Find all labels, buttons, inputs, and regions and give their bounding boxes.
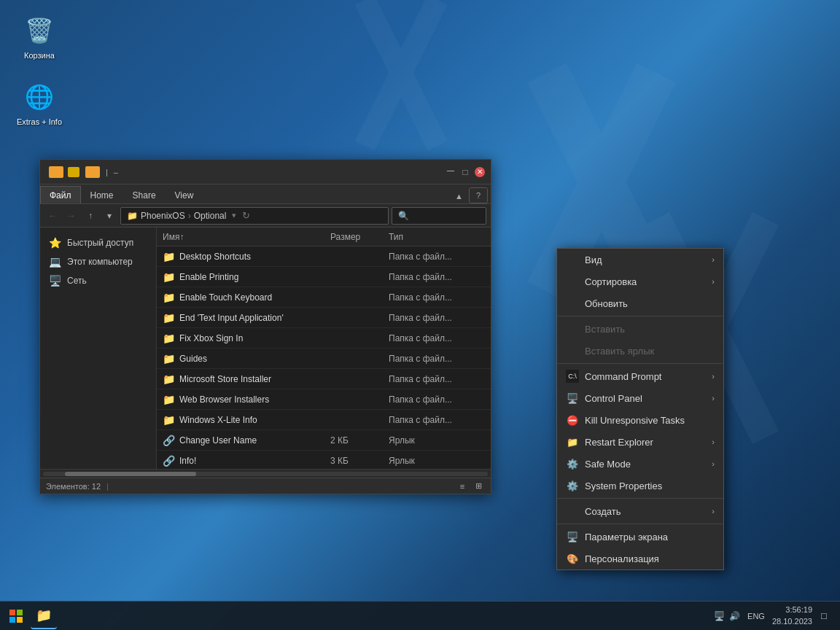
recycle-bin-icon[interactable]: 🗑️ Корзина <box>10 10 69 63</box>
control-panel-icon: 🖥️ <box>566 392 579 405</box>
tray-network-icon[interactable]: 🖥️ <box>714 611 725 621</box>
sidebar-item-quick-access[interactable]: ⭐ Быстрый доступ <box>40 233 156 252</box>
forward-button[interactable]: → <box>63 208 79 224</box>
details-view-button[interactable]: ≡ <box>456 480 469 493</box>
recycle-bin-label: Корзина <box>24 51 55 61</box>
table-row[interactable]: 📁Fix Xbox Sign In Папка с файл... <box>157 328 491 349</box>
folder-icon: 📁 <box>163 251 175 262</box>
tray-lang[interactable]: ENG <box>744 612 768 621</box>
breadcrumb-part1: PhoenixOS <box>141 211 185 221</box>
ctx-kill-unresponsive[interactable]: ⛔ Kill Unresponsive Tasks <box>557 409 723 431</box>
desktop: 🗑️ Корзина 🌐 Extras + Info | – ─ □ ✕ <box>0 0 840 630</box>
ctx-control-panel[interactable]: 🖥️ Control Panel › <box>557 387 723 409</box>
file-type: Папка с файл... <box>383 333 491 343</box>
table-row[interactable]: 🔗Info! 3 КБ Ярлык <box>157 451 491 469</box>
ribbon-expand[interactable]: ▲ <box>449 189 469 203</box>
tab-file[interactable]: Файл <box>40 186 81 203</box>
table-row[interactable]: 📁End 'Text Input Application' Папка с фа… <box>157 308 491 328</box>
tiles-view-button[interactable]: ⊞ <box>472 480 485 493</box>
status-separator: | <box>106 482 109 491</box>
ctx-view[interactable]: Вид › <box>557 249 723 271</box>
table-row[interactable]: 📁Guides Папка с файл... <box>157 349 491 369</box>
table-row[interactable]: 🔗Change User Name 2 КБ Ярлык <box>157 430 491 451</box>
ctx-divider-1 <box>557 316 723 316</box>
table-row[interactable]: 📁Windows X-Lite Info Папка с файл... <box>157 410 491 430</box>
col-name-label: Имя <box>163 232 179 242</box>
ctx-refresh[interactable]: Обновить <box>557 292 723 314</box>
table-row[interactable]: 📁Enable Printing Папка с файл... <box>157 267 491 287</box>
view-icon <box>566 253 579 266</box>
ctx-divider-3 <box>557 498 723 499</box>
explorer-content: ⭐ Быстрый доступ 💻 Этот компьютер 🖥️ Сет… <box>40 228 491 469</box>
table-row[interactable]: 📁Enable Touch Keyboard Папка с файл... <box>157 287 491 308</box>
breadcrumb-refresh[interactable]: ↻ <box>242 210 250 221</box>
sidebar-item-network[interactable]: 🖥️ Сеть <box>40 271 156 290</box>
folder-icon: 📁 <box>163 332 175 344</box>
screen-settings-icon: 🖥️ <box>566 530 579 543</box>
sidebar-item-this-pc[interactable]: 💻 Этот компьютер <box>40 252 156 271</box>
tray-clock[interactable]: 3:56:19 28.10.2023 <box>772 604 812 627</box>
search-box[interactable]: 🔍 <box>392 207 486 225</box>
personalize-icon: 🎨 <box>566 552 579 565</box>
tab-home[interactable]: Home <box>81 186 123 203</box>
extras-info-icon[interactable]: 🌐 Extras + Info <box>10 77 69 130</box>
ctx-divider-4 <box>557 524 723 524</box>
ctx-restart-explorer-label: Restart Explorer <box>585 437 653 448</box>
ctx-personalize[interactable]: 🎨 Персонализация <box>557 548 723 569</box>
minimize-button[interactable]: ─ <box>446 167 456 177</box>
recent-button[interactable]: ▾ <box>101 208 117 224</box>
ctx-sort-label: Сортировка <box>585 276 637 287</box>
col-name: Имя ↑ <box>157 228 324 246</box>
tab-view[interactable]: View <box>166 186 203 203</box>
ctx-command-prompt-label: Command Prompt <box>585 371 661 382</box>
ctx-create[interactable]: Создать › <box>557 500 723 522</box>
recycle-bin-image: 🗑️ <box>22 13 57 48</box>
file-type: Папка с файл... <box>383 272 491 282</box>
ctx-divider-2 <box>557 363 723 364</box>
notification-button[interactable]: □ <box>817 609 831 623</box>
ctx-paste[interactable]: Вставить <box>557 318 723 340</box>
extras-info-label: Extras + Info <box>17 117 62 127</box>
file-list: Имя ↑ Размер Тип 📁Desktop Shortcuts Папк… <box>157 228 491 469</box>
ctx-restart-explorer[interactable]: 📁 Restart Explorer › <box>557 431 723 453</box>
scrollbar-thumb[interactable] <box>65 472 196 476</box>
ctx-create-label: Создать <box>585 506 621 517</box>
ctx-control-panel-label: Control Panel <box>585 393 642 404</box>
horizontal-scrollbar[interactable] <box>40 469 491 478</box>
title-bar: | – ─ □ ✕ <box>40 160 491 184</box>
col-size: Размер <box>324 228 383 246</box>
taskbar-explorer-button[interactable]: 📁 <box>31 603 57 629</box>
star-icon: ⭐ <box>49 237 61 249</box>
file-name: Enable Printing <box>179 272 238 282</box>
ctx-sort[interactable]: Сортировка › <box>557 271 723 292</box>
help-button[interactable]: ? <box>469 187 488 203</box>
start-button[interactable] <box>3 603 29 629</box>
ctx-paste-shortcut-label: Вставить ярлык <box>585 346 654 357</box>
breadcrumb-bar[interactable]: 📁 PhoenixOS › Optional ▾ ↻ <box>120 207 389 225</box>
file-type: Ярлык <box>383 456 491 466</box>
ctx-command-prompt[interactable]: C:\ Command Prompt › <box>557 365 723 387</box>
maximize-button[interactable]: □ <box>460 167 470 177</box>
ctx-sort-arrow: › <box>712 277 715 286</box>
paste-shortcut-icon <box>566 344 579 357</box>
file-type: Папка с файл... <box>383 292 491 303</box>
table-row[interactable]: 📁Desktop Shortcuts Папка с файл... <box>157 246 491 267</box>
kill-tasks-icon: ⛔ <box>566 413 579 427</box>
ctx-screen-settings-label: Параметры экрана <box>585 532 668 542</box>
ctx-view-arrow: › <box>712 255 715 264</box>
up-button[interactable]: ↑ <box>82 208 98 224</box>
table-row[interactable]: 📁Microsoft Store Installer Папка с файл.… <box>157 369 491 389</box>
table-row[interactable]: 📁Web Browser Installers Папка с файл... <box>157 389 491 410</box>
title-bar-separator: | <box>106 168 108 176</box>
close-button[interactable]: ✕ <box>475 167 485 177</box>
breadcrumb-dropdown[interactable]: ▾ <box>232 211 236 220</box>
tab-share[interactable]: Share <box>123 186 166 203</box>
back-button[interactable]: ← <box>44 208 61 224</box>
ctx-screen-settings[interactable]: 🖥️ Параметры экрана <box>557 526 723 548</box>
file-name: End 'Text Input Application' <box>179 313 284 323</box>
ctx-paste-shortcut[interactable]: Вставить ярлык <box>557 340 723 362</box>
tray-volume-icon[interactable]: 🔊 <box>729 611 740 621</box>
ctx-safe-mode[interactable]: ⚙️ Safe Mode › <box>557 453 723 475</box>
ctx-safe-mode-arrow: › <box>712 459 715 468</box>
ctx-system-properties[interactable]: ⚙️ System Properties <box>557 475 723 497</box>
